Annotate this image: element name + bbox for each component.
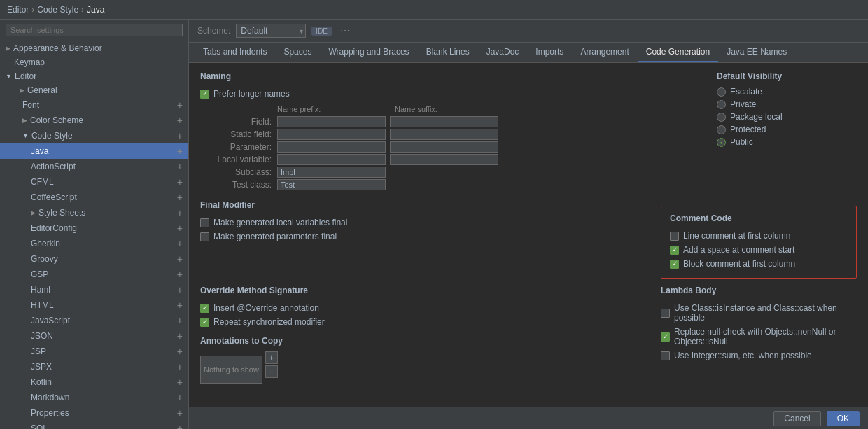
tab-java-ee-names[interactable]: Java EE Names (718, 43, 795, 62)
sidebar-item-color-scheme[interactable]: ▶ Color Scheme + (0, 113, 188, 128)
sidebar-item-editor[interactable]: ▼ Editor (0, 69, 188, 83)
add-icon[interactable]: + (177, 346, 183, 357)
add-annotation-button[interactable]: + (265, 351, 278, 364)
add-icon[interactable]: + (177, 300, 183, 311)
breadcrumb-code-style[interactable]: Code Style (37, 5, 78, 15)
sidebar-item-general[interactable]: ▶ General (0, 83, 188, 97)
add-icon[interactable]: + (177, 176, 183, 188)
add-icon[interactable]: + (177, 423, 183, 429)
cancel-button[interactable]: Cancel (774, 411, 820, 426)
local-var-suffix-input[interactable] (390, 154, 498, 165)
prefer-longer-names-checkbox[interactable] (200, 90, 209, 99)
add-icon[interactable]: + (177, 284, 183, 295)
field-prefix-input[interactable] (277, 116, 386, 127)
local-var-prefix-input[interactable] (277, 154, 386, 165)
sidebar-item-cfml[interactable]: CFML + (0, 174, 188, 190)
add-icon[interactable]: + (177, 361, 183, 372)
line-comment-checkbox[interactable] (670, 232, 679, 241)
add-icon[interactable]: + (177, 392, 183, 403)
remove-annotation-button[interactable]: − (265, 365, 278, 378)
radio-package-local[interactable] (717, 113, 726, 122)
breadcrumb: Editor › Code Style › Java (7, 5, 104, 15)
tab-imports[interactable]: Imports (527, 43, 572, 62)
radio-escalate[interactable] (717, 87, 726, 97)
sidebar-item-code-style[interactable]: ▼ Code Style + (0, 128, 188, 143)
radio-protected[interactable] (717, 125, 726, 134)
tab-javadoc[interactable]: JavaDoc (478, 43, 528, 62)
sidebar-item-sql[interactable]: SQL + (0, 421, 188, 429)
sidebar-item-gsp[interactable]: GSP + (0, 267, 188, 282)
sidebar-item-haml[interactable]: Haml + (0, 282, 188, 297)
sidebar-item-jspx[interactable]: JSPX + (0, 359, 188, 374)
scheme-select[interactable]: Default (236, 24, 306, 38)
sidebar-item-label: General (27, 85, 57, 95)
add-icon[interactable]: + (177, 377, 183, 388)
sidebar-item-properties[interactable]: Properties + (0, 405, 188, 421)
sidebar-item-coffeescript[interactable]: CoffeeScript + (0, 190, 188, 205)
add-icon[interactable]: + (177, 253, 183, 265)
ok-button[interactable]: OK (827, 411, 860, 426)
sidebar-item-java[interactable]: Java + (0, 143, 188, 159)
make-vars-final-checkbox[interactable] (200, 218, 209, 227)
use-classisinstance-checkbox[interactable] (661, 309, 670, 318)
sidebar-item-jsp[interactable]: JSP + (0, 344, 188, 359)
sidebar-item-font[interactable]: Font + (0, 97, 188, 113)
add-icon[interactable]: + (177, 161, 183, 172)
add-icon[interactable]: + (177, 207, 183, 218)
sidebar-item-json[interactable]: JSON + (0, 328, 188, 344)
sidebar-item-actionscript[interactable]: ActionScript + (0, 159, 188, 174)
subclass-input[interactable] (277, 167, 386, 178)
tab-wrapping-braces[interactable]: Wrapping and Braces (320, 43, 417, 62)
static-field-prefix-input[interactable] (277, 129, 386, 140)
repeat-synchronized-checkbox[interactable] (200, 318, 209, 327)
tab-tabs-indents[interactable]: Tabs and Indents (195, 43, 275, 62)
block-comment-checkbox[interactable] (670, 260, 679, 269)
sidebar-item-appearance[interactable]: ▶ Appearance & Behavior (0, 41, 188, 55)
use-integersum-checkbox[interactable] (661, 351, 670, 360)
parameter-prefix-input[interactable] (277, 141, 386, 153)
add-icon[interactable]: + (177, 130, 183, 141)
add-space-comment-checkbox[interactable] (670, 246, 679, 255)
search-input[interactable] (6, 24, 183, 36)
prefer-longer-names-row: Prefer longer names (200, 87, 706, 101)
add-icon[interactable]: + (177, 315, 183, 326)
sidebar-item-groovy[interactable]: Groovy + (0, 251, 188, 267)
breadcrumb-editor[interactable]: Editor (7, 5, 29, 15)
add-icon[interactable]: + (177, 192, 183, 203)
sidebar-item-label: Code Style (31, 131, 73, 141)
sidebar-item-stylesheets[interactable]: ▶ Style Sheets + (0, 205, 188, 220)
radio-public[interactable] (717, 138, 726, 147)
sidebar-item-keymap[interactable]: Keymap (0, 55, 188, 69)
add-icon[interactable]: + (177, 238, 183, 249)
make-vars-final-label: Make generated local variables final (214, 218, 347, 227)
make-params-final-row: Make generated parameters final (200, 230, 650, 244)
add-icon[interactable]: + (177, 269, 183, 280)
scheme-options-button[interactable]: ⋯ (337, 25, 353, 36)
comment-code-box: Comment Code Line comment at first colum… (661, 206, 857, 279)
add-icon[interactable]: + (177, 223, 183, 234)
radio-private[interactable] (717, 100, 726, 109)
replace-null-check-checkbox[interactable] (661, 332, 670, 342)
add-icon[interactable]: + (177, 407, 183, 419)
sidebar-item-label: Style Sheets (38, 208, 85, 218)
insert-override-checkbox[interactable] (200, 304, 209, 313)
add-icon[interactable]: + (177, 146, 183, 157)
sidebar-item-javascript[interactable]: JavaScript + (0, 313, 188, 328)
sidebar-item-kotlin[interactable]: Kotlin + (0, 374, 188, 390)
sidebar-item-markdown[interactable]: Markdown + (0, 390, 188, 405)
parameter-suffix-input[interactable] (390, 141, 498, 153)
sidebar-item-gherkin[interactable]: Gherkin + (0, 236, 188, 251)
add-icon[interactable]: + (177, 99, 183, 111)
sidebar-item-editorconfig[interactable]: EditorConfig + (0, 220, 188, 236)
make-params-final-checkbox[interactable] (200, 232, 209, 241)
static-field-suffix-input[interactable] (390, 129, 498, 140)
add-icon[interactable]: + (177, 115, 183, 126)
field-suffix-input[interactable] (390, 116, 498, 127)
add-icon[interactable]: + (177, 330, 183, 342)
tab-spaces[interactable]: Spaces (275, 43, 320, 62)
tab-arrangement[interactable]: Arrangement (572, 43, 637, 62)
tab-code-generation[interactable]: Code Generation (638, 43, 718, 62)
tab-blank-lines[interactable]: Blank Lines (418, 43, 478, 62)
sidebar-item-html[interactable]: HTML + (0, 297, 188, 313)
test-class-input[interactable] (277, 179, 386, 190)
